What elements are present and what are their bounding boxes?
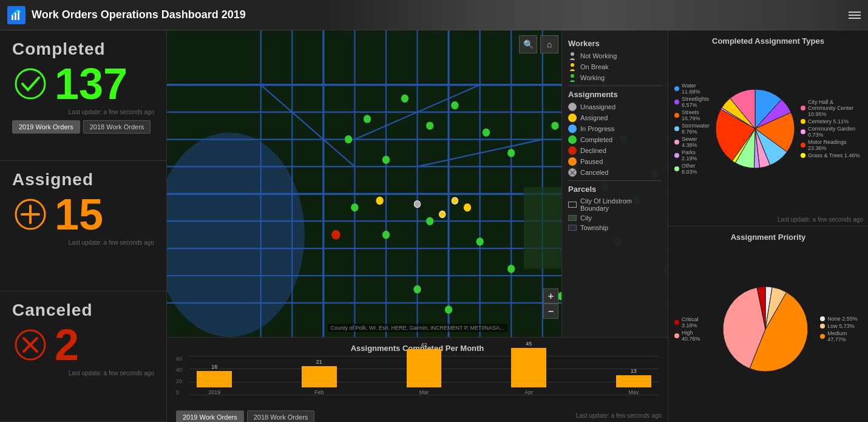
bar-2019-rect <box>197 371 232 387</box>
working-label: Working <box>580 74 605 81</box>
svg-point-44 <box>551 121 558 129</box>
zoom-out-button[interactable]: − <box>543 304 558 319</box>
svg-point-71 <box>571 52 574 56</box>
legend-lindstrom-boundary: City Of Lindstrom Boundary <box>568 197 662 212</box>
completed-types-right-legend: City Hall & Community Center 10.95% Ceme… <box>801 98 862 160</box>
grass-trees-label: Grass & Trees 1.46% <box>808 152 860 158</box>
streets-label: Streets 16.79% <box>682 109 710 121</box>
assigned-icon <box>12 196 49 233</box>
svg-point-10 <box>167 132 305 337</box>
legend-critical: Critical 3.18% <box>674 316 711 328</box>
grass-trees-dot <box>801 153 805 158</box>
svg-point-41 <box>451 101 458 109</box>
legend-medium: Medium 47.77% <box>820 330 862 342</box>
streetlights-label: Streetlights 6.57% <box>682 96 710 108</box>
svg-point-39 <box>426 121 433 129</box>
y-label-0: 0 <box>176 389 188 395</box>
completed-types-content: Water 11.68% Streetlights 6.57% Streets … <box>674 50 862 206</box>
priority-section: Assignment Priority Critical 3.18% High … <box>668 226 868 422</box>
priority-content: Critical 3.18% High 40.76% None 2.55% <box>674 247 862 412</box>
legend-assigned: Assigned <box>568 114 662 122</box>
not-working-icon <box>568 52 577 60</box>
city-hall-dot <box>801 106 805 111</box>
priority-left-legend: Critical 3.18% High 40.76% <box>674 315 711 343</box>
canceled-stat-card: Canceled 2 Last update: a few seconds ag… <box>0 291 166 422</box>
y-label-40: 40 <box>176 367 188 373</box>
parks-label: Parks 2.19% <box>682 149 710 162</box>
svg-rect-1 <box>15 13 16 20</box>
bar-apr-rect <box>511 348 546 387</box>
parks-dot <box>674 153 679 158</box>
not-working-label: Not Working <box>580 52 617 60</box>
city-hall-label: City Hall & Community Center 10.95% <box>808 99 862 117</box>
y-label-20: 20 <box>176 378 188 384</box>
svg-point-61 <box>464 203 471 211</box>
search-button[interactable]: 🔍 <box>519 35 537 53</box>
critical-dot <box>674 320 679 325</box>
township-icon <box>568 225 577 231</box>
canceled-dot <box>568 168 577 177</box>
completed-2019-btn[interactable]: 2019 Work Orders <box>12 120 80 134</box>
medium-label: Medium 47.77% <box>827 330 862 342</box>
svg-point-36 <box>364 115 371 123</box>
main-content: Completed 137 Last update: a few seconds… <box>0 30 868 422</box>
on-break-icon <box>568 63 577 71</box>
svg-point-59 <box>331 230 340 240</box>
svg-point-42 <box>483 129 490 137</box>
center-area: 🔍 ⌂ + − County of Polk, WI. Esri, HERE, … <box>167 30 668 422</box>
menu-icon[interactable] <box>849 10 861 21</box>
chart-area: Assignments Completed Per Month 60 40 20… <box>167 337 668 422</box>
zoom-in-button[interactable]: + <box>543 288 558 304</box>
svg-point-40 <box>382 155 390 163</box>
legend-other: Other 8.03% <box>674 163 710 175</box>
legend-not-working: Not Working <box>568 52 662 60</box>
medium-dot <box>820 334 825 339</box>
svg-point-53 <box>426 217 433 225</box>
low-label: Low 5.73% <box>827 323 855 329</box>
city-label: City <box>580 214 592 222</box>
sewer-dot <box>674 140 679 145</box>
none-dot <box>820 316 825 321</box>
svg-point-37 <box>401 94 409 102</box>
legend-canceled: Canceled <box>568 168 662 177</box>
completed-last-update: Last update: a few seconds ago <box>12 109 154 115</box>
streetlights-dot <box>674 100 679 104</box>
community-garden-dot <box>801 129 805 134</box>
legend-completed: Completed <box>568 135 662 144</box>
completed-icon <box>12 66 49 102</box>
app-icon <box>7 6 25 24</box>
legend-township: Township <box>568 224 662 231</box>
legend-streets: Streets 16.79% <box>674 109 710 121</box>
svg-rect-0 <box>12 15 13 20</box>
completed-2018-btn[interactable]: 2018 Work Orders <box>83 120 151 134</box>
chart-2018-btn[interactable]: 2018 Work Orders <box>247 410 315 422</box>
unassigned-label: Unassigned <box>580 103 615 111</box>
legend-working: Working <box>568 73 662 82</box>
legend-sewer: Sewer 4.38% <box>674 136 710 148</box>
svg-point-54 <box>476 237 483 245</box>
on-break-label: On Break <box>580 63 608 70</box>
water-dot <box>674 86 679 91</box>
bar-mar-rect <box>407 349 442 387</box>
assigned-last-update: Last update: a few seconds ago <box>12 239 154 246</box>
community-garden-label: Community Garden 0.73% <box>808 126 862 138</box>
map-container[interactable]: 🔍 ⌂ + − County of Polk, WI. Esri, HERE, … <box>167 30 668 337</box>
svg-point-55 <box>507 265 515 273</box>
township-label: Township <box>580 224 608 231</box>
chart-last-update: Last update: a few seconds ago <box>576 412 662 419</box>
home-button[interactable]: ⌂ <box>540 35 558 53</box>
none-label: None 2.55% <box>827 316 858 322</box>
completed-legend-label: Completed <box>580 136 612 143</box>
completed-dot <box>568 135 577 144</box>
lindstrom-label: City Of Lindstrom Boundary <box>580 197 662 212</box>
legend-none: None 2.55% <box>820 316 862 322</box>
legend-stormwater: Stormwater 8.76% <box>674 123 710 135</box>
legend-panel: Workers Not Working <box>561 30 668 337</box>
svg-point-38 <box>345 135 352 143</box>
completed-types-section: Completed Assignment Types Water 11.68% … <box>668 30 868 226</box>
chart-y-axis: 60 40 20 0 <box>176 356 188 395</box>
svg-point-57 <box>445 305 452 313</box>
canceled-icon <box>12 327 49 363</box>
chart-2019-btn[interactable]: 2019 Work Orders <box>176 410 244 422</box>
legend-streetlights: Streetlights 6.57% <box>674 96 710 108</box>
